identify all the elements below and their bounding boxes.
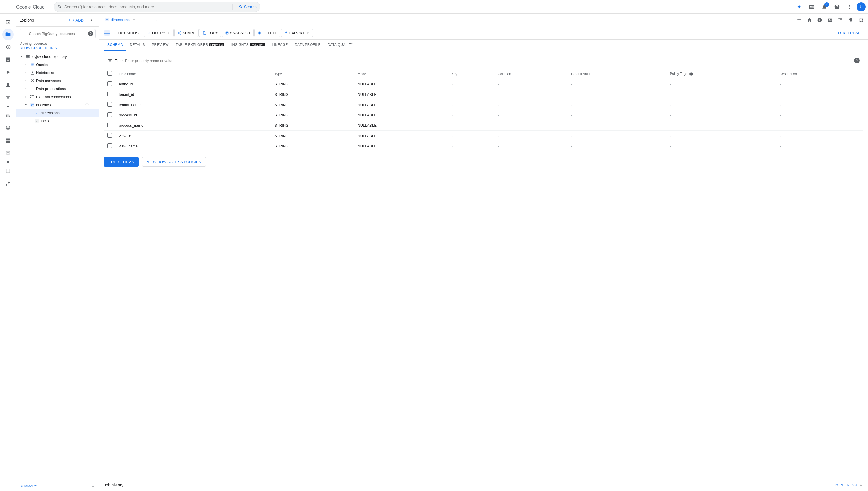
tree-item-data-preparations[interactable]: Data preparations <box>16 85 99 93</box>
row-checkbox-0[interactable] <box>107 82 112 86</box>
add-button[interactable]: + ADD <box>64 16 86 24</box>
header-description: Description <box>776 69 863 79</box>
tree-item-dimensions[interactable]: dimensions <box>16 109 99 117</box>
job-history-expand-button[interactable] <box>858 482 863 488</box>
sub-tab-lineage[interactable]: LINEAGE <box>268 39 291 51</box>
collapse-sidebar-button[interactable] <box>87 16 96 24</box>
search-help-icon[interactable]: ? <box>88 31 93 36</box>
tab-dropdown-button[interactable] <box>152 16 161 25</box>
close-tab-dimensions[interactable] <box>132 17 137 22</box>
tab-dimensions[interactable]: dimensions <box>102 14 140 26</box>
notifications-button[interactable]: 2 <box>819 1 830 12</box>
schema-actions: EDIT SCHEMA VIEW ROW ACCESS POLICIES <box>104 157 863 167</box>
more-options-button[interactable] <box>844 1 856 12</box>
gemini-button[interactable] <box>793 1 805 12</box>
edit-schema-button[interactable]: EDIT SCHEMA <box>104 157 139 167</box>
query-button[interactable]: QUERY <box>144 29 174 37</box>
row-checkbox-6[interactable] <box>107 143 112 148</box>
rail-explorer-button[interactable] <box>2 29 14 40</box>
format-button[interactable] <box>836 16 845 25</box>
google-cloud-logo[interactable]: Google Cloud <box>16 4 49 10</box>
expand-analytics[interactable] <box>23 102 29 108</box>
field-collation-0: - <box>494 79 568 89</box>
tree-item-data-canvases[interactable]: Data canvases <box>16 77 99 85</box>
global-search-bar[interactable]: Search <box>54 2 260 12</box>
sub-tab-table-explorer[interactable]: TABLE EXPLORER PREVIEW <box>172 39 228 51</box>
filter-help-icon[interactable]: ? <box>854 58 860 63</box>
tree-item-loyjoy[interactable]: loyjoy-cloud-bigquery <box>16 53 99 60</box>
tab-bar: dimensions <box>99 14 868 26</box>
tab-bar-right <box>794 16 866 25</box>
cloud-shell-button[interactable] <box>806 1 817 12</box>
global-search-input[interactable] <box>64 5 230 9</box>
sidebar-search-input[interactable] <box>20 29 96 38</box>
row-checkbox-2[interactable] <box>107 102 112 107</box>
tree-item-external-connections[interactable]: External connections <box>16 93 99 101</box>
sub-tab-details[interactable]: DETAILS <box>126 39 148 51</box>
tree-item-notebooks[interactable]: Notebooks <box>16 68 99 77</box>
select-all-checkbox[interactable] <box>107 71 112 76</box>
view-row-access-policies-button[interactable]: VIEW ROW ACCESS POLICIES <box>142 157 206 167</box>
row-checkbox-3[interactable] <box>107 112 112 117</box>
keyboard-button[interactable] <box>825 16 835 25</box>
export-dropdown-icon <box>306 31 310 35</box>
rail-wrench-button[interactable] <box>2 178 14 189</box>
show-starred-link[interactable]: SHOW STARRED ONLY <box>16 46 99 53</box>
expand-external-connections[interactable] <box>23 94 29 99</box>
field-name-6: view_name <box>115 141 271 151</box>
field-name-0: entity_id <box>115 79 271 89</box>
list-view-button[interactable] <box>794 16 804 25</box>
rail-history-button[interactable] <box>2 41 14 53</box>
tree-item-facts[interactable]: facts <box>16 117 99 125</box>
sub-tab-schema[interactable]: SCHEMA <box>104 39 126 51</box>
field-mode-5: NULLABLE <box>354 131 448 141</box>
policy-tags-help-icon[interactable] <box>689 72 693 76</box>
expand-queries[interactable] <box>23 62 29 67</box>
menu-button[interactable] <box>2 1 14 12</box>
rail-table-button[interactable] <box>2 147 14 159</box>
snapshot-button[interactable]: SNAPSHOT <box>222 29 254 37</box>
user-avatar[interactable]: U <box>857 2 866 11</box>
row-checkbox-1[interactable] <box>107 92 112 96</box>
rail-pin-button[interactable] <box>2 16 14 28</box>
rail-people-button[interactable] <box>2 79 14 91</box>
tree-item-queries[interactable]: Queries <box>16 60 99 68</box>
sub-tab-data-profile[interactable]: DATA PROFILE <box>291 39 324 51</box>
search-button[interactable]: Search <box>235 3 260 11</box>
rail-run-button[interactable] <box>2 66 14 78</box>
sub-tab-preview[interactable]: PREVIEW <box>148 39 172 51</box>
field-name-5: view_id <box>115 131 271 141</box>
copy-button[interactable]: COPY <box>199 29 221 37</box>
share-button[interactable]: SHARE <box>174 29 199 37</box>
bulb-button[interactable] <box>846 16 856 25</box>
job-history-refresh-button[interactable]: REFRESH <box>834 483 857 487</box>
star-analytics[interactable] <box>84 102 90 108</box>
header-collation: Collation <box>494 69 568 79</box>
delete-button[interactable]: DELETE <box>254 29 280 37</box>
collapse-button[interactable] <box>90 484 96 489</box>
expand-data-preparations[interactable] <box>23 86 29 91</box>
row-checkbox-4[interactable] <box>107 123 112 127</box>
export-button[interactable]: EXPORT <box>281 29 313 37</box>
filter-input[interactable] <box>125 58 852 63</box>
help-button[interactable] <box>831 1 843 12</box>
sub-tab-data-quality[interactable]: DATA QUALITY <box>324 39 357 51</box>
fullscreen-button[interactable] <box>857 16 866 25</box>
expand-notebooks[interactable] <box>23 70 29 76</box>
summary-text[interactable]: SUMMARY <box>20 484 37 488</box>
tree-item-analytics[interactable]: analytics <box>16 101 99 109</box>
info-button[interactable] <box>815 16 824 25</box>
row-checkbox-5[interactable] <box>107 133 112 138</box>
add-tab-button[interactable] <box>141 16 151 25</box>
rail-analytics-button[interactable] <box>2 54 14 65</box>
rail-grid-button[interactable] <box>2 135 14 146</box>
expand-data-canvases[interactable] <box>23 78 29 83</box>
rail-target-button[interactable] <box>2 122 14 134</box>
rail-history2-button[interactable] <box>2 165 14 177</box>
expand-loyjoy[interactable] <box>18 54 24 59</box>
home-button[interactable] <box>805 16 814 25</box>
sub-tab-insights[interactable]: INSIGHTS PREVIEW <box>228 39 269 51</box>
rail-chart-button[interactable] <box>2 110 14 121</box>
rail-filter-button[interactable] <box>2 92 14 103</box>
refresh-button[interactable]: REFRESH <box>835 29 863 37</box>
